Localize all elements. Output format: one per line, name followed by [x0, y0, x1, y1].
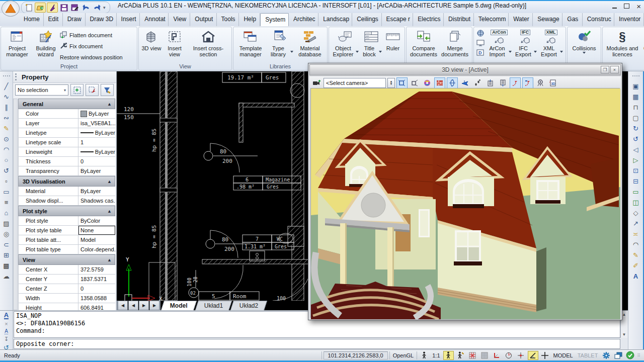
crosshair-icon[interactable]: [540, 351, 550, 360]
arcon-import-button[interactable]: ArCon ArCon Import: [486, 28, 513, 58]
tab-view[interactable]: View: [169, 13, 190, 26]
rotate-tool[interactable]: ↻: [631, 123, 641, 133]
status-ok-icon[interactable]: [625, 351, 635, 360]
perspective-view-icon[interactable]: [396, 77, 408, 88]
line-tool[interactable]: ╱: [2, 81, 12, 91]
axono-view-icon[interactable]: [409, 77, 420, 88]
resize-grip[interactable]: ⠿: [637, 353, 641, 358]
arcadia-pointer-icon[interactable]: [47, 3, 58, 13]
tab-telecom[interactable]: Telecomm: [474, 13, 509, 26]
prop-row-plot-style[interactable]: Plot styleByColor: [18, 216, 115, 226]
pin-icon[interactable]: ↧: [4, 336, 9, 342]
next-layout-button[interactable]: ▶: [139, 301, 149, 310]
measure-tool[interactable]: ≍: [631, 229, 641, 239]
orbit-icon[interactable]: [447, 77, 458, 88]
arc-tool[interactable]: ◠: [2, 144, 12, 154]
rotate-axis-tool[interactable]: ↺: [631, 134, 641, 144]
prop-row-center-y[interactable]: Center Y1837.5371: [18, 275, 115, 284]
box3d-tool[interactable]: ◇: [631, 208, 641, 218]
toolbar-grip[interactable]: [3, 75, 10, 78]
tablet-toggle[interactable]: TABLET: [576, 352, 600, 358]
pencil-tool[interactable]: ✐: [631, 260, 641, 270]
prop-row-thickness[interactable]: Thickness0: [18, 157, 115, 166]
prop-row-plot-style-table[interactable]: Plot style tableNone: [18, 226, 115, 235]
scroll-down-icon[interactable]: ▼: [622, 332, 626, 337]
prop-row-transparency[interactable]: TransparencyByLayer: [18, 166, 115, 176]
camera-preview-icon[interactable]: [535, 77, 546, 88]
3d-restore-button[interactable]: ❐: [601, 66, 609, 73]
multiline-tool[interactable]: ≡: [2, 197, 12, 207]
filter-button[interactable]: [101, 84, 114, 96]
scale-indicator[interactable]: 1:1: [431, 352, 441, 358]
collapse-icon[interactable]: ▲: [107, 209, 112, 214]
tab-escape-routes[interactable]: Escape r: [382, 13, 414, 26]
select-objects-button[interactable]: [70, 84, 84, 96]
camera-select-dropdown[interactable]: <Select camera>: [324, 78, 386, 88]
material-database-button[interactable]: Material database: [294, 28, 326, 58]
o2c-sphere-icon[interactable]: [476, 30, 485, 38]
cascade-windows-icon[interactable]: [613, 351, 623, 360]
grid-icon[interactable]: [479, 351, 490, 360]
toolbar-grip[interactable]: [632, 75, 639, 78]
tab-sewage[interactable]: Sewage: [533, 13, 562, 26]
table-tool[interactable]: ⊞: [2, 250, 12, 260]
minimize-button[interactable]: [612, 3, 617, 10]
project-manager-button[interactable]: Project manager: [3, 28, 32, 58]
tab-gas[interactable]: Gas: [562, 13, 582, 26]
join-tool[interactable]: ⊓: [631, 102, 641, 112]
selection-dropdown[interactable]: No selection▾: [15, 84, 68, 96]
layout-tab-model[interactable]: Model: [161, 301, 197, 310]
tab-landscape[interactable]: Landscap: [318, 13, 352, 26]
prop-row-linetype-scale[interactable]: Linetype scale1: [18, 138, 115, 147]
xml-export-button[interactable]: XML XML Export: [538, 28, 564, 58]
circle-tool[interactable]: ⊙: [2, 134, 12, 144]
d-box-icon[interactable]: D: [476, 49, 485, 57]
presentation-icon[interactable]: [476, 40, 485, 47]
sketch-tool[interactable]: ✎: [2, 123, 12, 133]
text-edit-tool[interactable]: A: [631, 271, 641, 281]
tab-system[interactable]: System: [260, 13, 289, 26]
object-explorer-button[interactable]: Object Explorer: [331, 28, 360, 58]
tab-tools[interactable]: Tools: [217, 13, 239, 26]
last-layout-button[interactable]: ▶: [149, 301, 160, 310]
fix-document-button[interactable]: Fix document: [60, 41, 135, 51]
collapse-icon[interactable]: ▲: [107, 102, 112, 107]
new-document-icon[interactable]: [24, 3, 34, 12]
polygon-tool[interactable]: ⌂: [2, 208, 12, 218]
tab-edit[interactable]: Edit: [44, 13, 63, 26]
options-button[interactable]: Options: [640, 28, 644, 55]
prop-row-height[interactable]: Height606.8491: [18, 303, 115, 310]
tab-water[interactable]: Water: [509, 13, 533, 26]
point-tool[interactable]: ▫: [2, 176, 12, 186]
walk-mode-icon[interactable]: [419, 351, 429, 360]
extend-tool[interactable]: ◫: [631, 197, 641, 207]
prop-row-width[interactable]: Width1358.0588: [18, 294, 115, 303]
settings-gear-icon[interactable]: [601, 351, 611, 360]
stretch-tool[interactable]: ⊡: [631, 165, 641, 175]
insert-cross-section-button[interactable]: Insert cross-section: [187, 28, 230, 58]
collisions-button[interactable]: Collisions: [569, 28, 599, 55]
prop-row-center-x[interactable]: Center X372.5759: [18, 265, 115, 275]
walk-light-icon[interactable]: [443, 351, 454, 360]
arcadia-logo-icon[interactable]: [2, 1, 20, 17]
tab-home[interactable]: Home: [19, 13, 44, 26]
layout-tab-uklad1[interactable]: Układ1: [195, 301, 232, 310]
building-wizard-button[interactable]: Building wizard: [32, 28, 60, 58]
prop-row-linetype[interactable]: LinetypeByLayer: [18, 128, 115, 138]
open-document-icon[interactable]: [35, 3, 46, 13]
first-layout-button[interactable]: ◀: [117, 301, 128, 310]
polar-icon[interactable]: [504, 351, 514, 360]
model-space-toggle[interactable]: MODEL: [552, 352, 575, 358]
prop-row-material[interactable]: MaterialByLayer: [18, 187, 115, 196]
collapse-icon[interactable]: ▲: [107, 257, 112, 262]
tab-draw[interactable]: Draw: [63, 13, 86, 26]
tab-construction[interactable]: Construc: [583, 13, 614, 26]
3d-view-button[interactable]: 3D view: [140, 28, 163, 52]
renderer-label[interactable]: OpenGL: [391, 352, 416, 358]
title-block-button[interactable]: Title block: [360, 28, 383, 58]
ellipse-tool[interactable]: ○: [2, 155, 12, 165]
render-materials-icon[interactable]: [422, 77, 433, 88]
blob-tool[interactable]: ☁: [2, 271, 12, 281]
snap-grid-icon[interactable]: [467, 351, 478, 360]
3d-view-titlebar[interactable]: 3D view - [Active] ❐ ×: [309, 64, 621, 75]
